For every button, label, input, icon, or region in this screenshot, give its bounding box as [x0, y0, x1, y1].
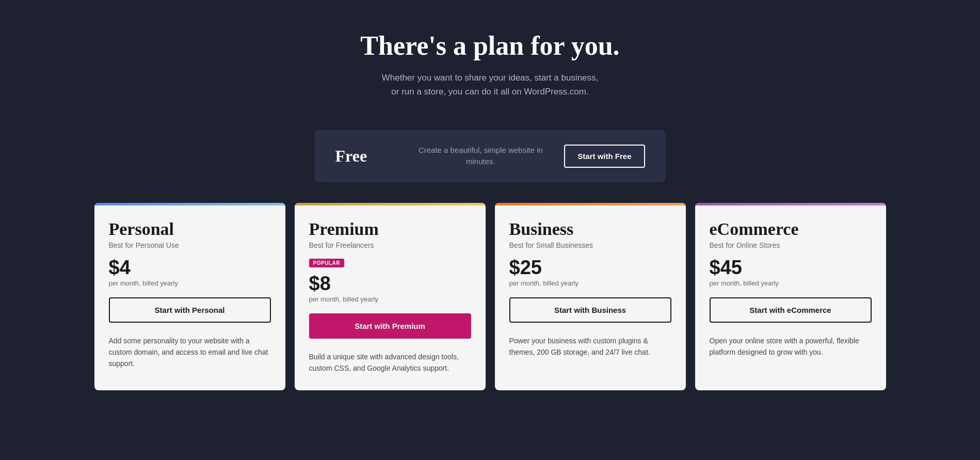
premium-plan-price: $8: [309, 274, 471, 293]
ecommerce-plan-cta-button[interactable]: Start with eCommerce: [710, 297, 872, 323]
free-plan-cta-button[interactable]: Start with Free: [564, 145, 645, 168]
premium-plan-title: Premium: [309, 219, 471, 239]
business-plan-price: $25: [509, 258, 671, 277]
premium-plan-description: Build a unique site with advanced design…: [309, 351, 471, 374]
ecommerce-plan-title: eCommerce: [710, 219, 872, 239]
personal-plan-title: Personal: [109, 219, 271, 239]
ecommerce-plan-description: Open your online store with a powerful, …: [710, 335, 872, 358]
personal-plan-card: Personal Best for Personal Use $4 per mo…: [94, 203, 285, 391]
ecommerce-plan-price: $45: [710, 258, 872, 277]
personal-plan-description: Add some personality to your website wit…: [109, 335, 271, 370]
hero-subtitle: Whether you want to share your ideas, st…: [360, 71, 619, 99]
business-plan-billing: per month, billed yearly: [509, 279, 671, 287]
subtitle-line1: Whether you want to share your ideas, st…: [382, 73, 599, 83]
plans-grid: Personal Best for Personal Use $4 per mo…: [26, 203, 955, 411]
free-plan-title: Free: [335, 147, 397, 166]
hero-section: There's a plan for you. Whether you want…: [350, 0, 630, 120]
personal-plan-billing: per month, billed yearly: [109, 279, 271, 287]
personal-plan-price: $4: [109, 258, 271, 277]
personal-plan-subtitle: Best for Personal Use: [109, 241, 271, 249]
ecommerce-plan-billing: per month, billed yearly: [710, 279, 872, 287]
free-plan-description: Create a beautiful, simple website in mi…: [408, 145, 554, 168]
business-plan-cta-button[interactable]: Start with Business: [509, 297, 671, 323]
business-plan-title: Business: [509, 219, 671, 239]
subtitle-line2: or run a store, you can do it all on Wor…: [391, 87, 588, 97]
premium-plan-subtitle: Best for Freelancers: [309, 241, 471, 249]
premium-plan-card: Premium Best for Freelancers POPULAR $8 …: [295, 203, 486, 391]
personal-plan-cta-button[interactable]: Start with Personal: [109, 297, 271, 323]
premium-plan-billing: per month, billed yearly: [309, 295, 471, 303]
business-plan-card: Business Best for Small Businesses $25 p…: [495, 203, 686, 391]
business-plan-subtitle: Best for Small Businesses: [509, 241, 671, 249]
page-title: There's a plan for you.: [360, 31, 619, 60]
ecommerce-plan-subtitle: Best for Online Stores: [710, 241, 872, 249]
business-plan-description: Power your business with custom plugins …: [509, 335, 671, 358]
free-plan-banner: Free Create a beautiful, simple website …: [315, 130, 666, 182]
premium-plan-cta-button[interactable]: Start with Premium: [309, 313, 471, 339]
ecommerce-plan-card: eCommerce Best for Online Stores $45 per…: [695, 203, 886, 391]
popular-badge: POPULAR: [309, 259, 344, 267]
